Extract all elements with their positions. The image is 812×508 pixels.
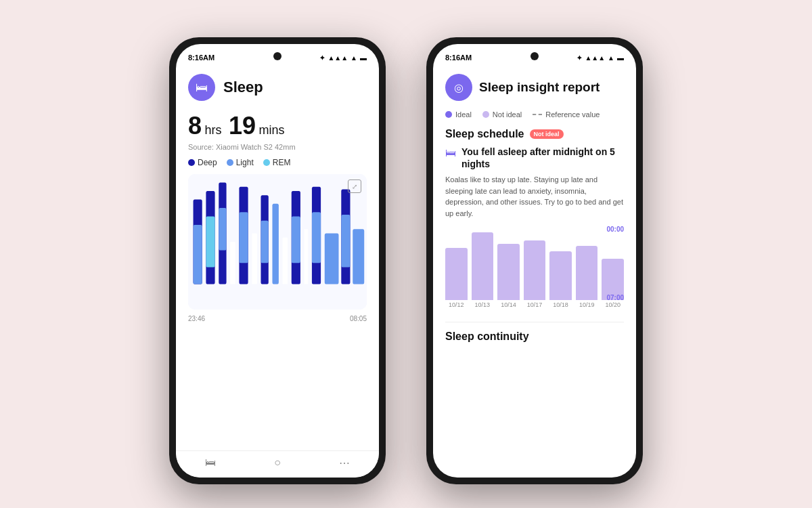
light-label: Light (236, 158, 254, 167)
schedule-bars (445, 226, 624, 300)
nav-sleep[interactable]: 🛏 (205, 457, 216, 469)
section-divider (445, 322, 624, 322)
schedule-section-header: Sleep schedule Not ideal (445, 128, 624, 140)
svg-rect-10 (252, 234, 257, 284)
status-bar-left: 8:16AM ✦ ▲▲▲ ▲ ▬ (176, 44, 379, 66)
ideal-dot (445, 111, 452, 118)
ideal-legend: Ideal (445, 110, 472, 119)
insight-title: Sleep insight report (479, 80, 600, 95)
svg-rect-19 (312, 212, 321, 263)
schedule-chart: 00:00 07:00 10/1210/1310/1410/1710/1810/… (445, 226, 624, 314)
continuity-section: Sleep continuity (445, 331, 624, 343)
sleep-mins-label: mins (258, 123, 284, 137)
svg-rect-22 (341, 215, 350, 268)
svg-rect-12 (261, 221, 268, 263)
svg-rect-2 (194, 225, 202, 284)
sleep-hrs-label: hrs (204, 123, 221, 137)
reference-dot (533, 114, 542, 115)
app-header-left: 🛏 Sleep (188, 74, 367, 101)
sleep-source: Source: Xiaomi Watch S2 42mm (188, 143, 367, 151)
sleep-app-icon: 🛏 (188, 74, 215, 101)
sleep-chart-svg (188, 174, 367, 310)
chart-time-start: 23:46 (188, 315, 205, 322)
sleep-minutes: 19 (229, 112, 256, 140)
status-icons-left: ✦ ▲▲▲ ▲ ▬ (319, 54, 367, 62)
light-dot (227, 159, 233, 166)
insight-app-icon: ◎ (445, 74, 472, 101)
schedule-subtitle-row: 🛏 You fell asleep after midnight on 5 ni… (445, 146, 624, 170)
schedule-bar (472, 232, 494, 300)
signal-icon: ▲▲▲ (328, 54, 348, 62)
notideal-label: Not ideal (493, 110, 522, 119)
status-bar-right: 8:16AM ✦ ▲▲▲ ▲ ▬ (433, 44, 636, 66)
battery-icon-r: ▬ (617, 54, 624, 62)
schedule-date: 10/13 (472, 301, 494, 308)
svg-rect-16 (292, 217, 300, 263)
ideal-label: Ideal (455, 110, 472, 119)
svg-rect-9 (239, 212, 248, 263)
time-left: 8:16AM (188, 54, 215, 62)
sleep-nav-icon: 🛏 (205, 457, 216, 469)
schedule-bar (549, 251, 572, 300)
rem-dot (263, 159, 270, 166)
expand-icon[interactable]: ⤢ (348, 179, 361, 193)
schedule-bar (445, 248, 468, 301)
bluetooth-icon: ✦ (319, 54, 325, 62)
legend-rem: REM (263, 158, 291, 167)
schedule-date: 10/20 (602, 301, 624, 308)
bottom-nav-left[interactable]: 🛏 ○ ⋯ (176, 450, 379, 478)
deep-dot (188, 159, 195, 166)
nav-more[interactable]: ⋯ (339, 457, 350, 469)
svg-rect-14 (283, 238, 288, 284)
svg-rect-20 (325, 234, 339, 284)
sleep-duration: 8 hrs 19 mins (188, 112, 367, 140)
screen-content-left: 🛏 Sleep 8 hrs 19 mins Source: Xiaomi Wat… (176, 66, 379, 341)
svg-rect-6 (219, 208, 226, 251)
svg-rect-17 (304, 229, 309, 284)
insight-legend: Ideal Not ideal Reference value (445, 110, 624, 119)
schedule-bar (576, 246, 598, 300)
reference-legend: Reference value (533, 110, 600, 119)
deep-label: Deep (198, 158, 217, 167)
sleep-hours: 8 (188, 112, 202, 140)
svg-rect-4 (206, 217, 215, 268)
schedule-date: 10/17 (524, 301, 546, 308)
schedule-subtitle: You fell asleep after midnight on 5 nigh… (461, 146, 624, 170)
reference-label: Reference value (545, 110, 600, 119)
home-nav-icon: ○ (274, 457, 281, 469)
chart-time-end: 08:05 (350, 315, 367, 322)
schedule-date: 10/18 (549, 301, 572, 308)
sleep-legend: Deep Light REM (188, 158, 367, 167)
wifi-icon: ▲ (351, 54, 357, 62)
notideal-dot (482, 111, 489, 118)
chart-bottom-label: 07:00 (606, 294, 624, 301)
insight-header: ◎ Sleep insight report (445, 74, 624, 101)
schedule-badge: Not ideal (530, 129, 564, 139)
nav-home[interactable]: ○ (274, 457, 281, 469)
phones-container: 8:16AM ✦ ▲▲▲ ▲ ▬ 🛏 Sleep 8 hrs (169, 24, 643, 484)
notideal-legend: Not ideal (482, 110, 522, 119)
signal-icon-r: ▲▲▲ (585, 54, 605, 62)
legend-light: Light (227, 158, 254, 167)
chart-time-labels: 23:46 08:05 (188, 315, 367, 322)
phone-left: 8:16AM ✦ ▲▲▲ ▲ ▬ 🛏 Sleep 8 hrs (169, 37, 386, 484)
screen-content-right: ◎ Sleep insight report Ideal Not ideal (433, 66, 636, 351)
status-icons-right: ✦ ▲▲▲ ▲ ▬ (577, 54, 624, 62)
schedule-date: 10/14 (497, 301, 520, 308)
bluetooth-icon-r: ✦ (577, 54, 582, 62)
sleep-title: Sleep (223, 79, 263, 96)
legend-deep: Deep (188, 158, 217, 167)
wifi-icon-r: ▲ (608, 54, 614, 62)
svg-rect-23 (353, 229, 364, 284)
schedule-bar (497, 244, 520, 300)
time-right: 8:16AM (445, 54, 472, 62)
battery-icon: ▬ (360, 54, 367, 62)
schedule-title: Sleep schedule (445, 128, 524, 140)
schedule-desc: Koalas like to stay up late. Staying up … (445, 174, 624, 219)
schedule-date: 10/12 (445, 301, 468, 308)
bed-icon: 🛏 (445, 147, 456, 159)
rem-label: REM (273, 158, 291, 167)
svg-rect-13 (272, 204, 278, 284)
sleep-chart[interactable]: ⤢ (188, 174, 367, 310)
schedule-date-labels: 10/1210/1310/1410/1710/1810/1910/20 (445, 301, 624, 308)
